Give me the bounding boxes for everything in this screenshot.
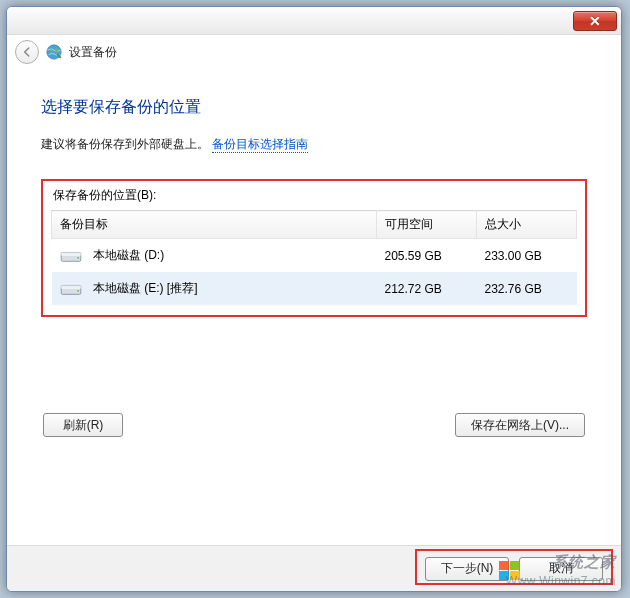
mid-button-row: 刷新(R) 保存在网络上(V)... xyxy=(41,413,587,437)
drive-free: 205.59 GB xyxy=(377,239,477,273)
backup-setup-window: ✕ 设置备份 选择要保存备份的位置 建议将备份保存到外部硬盘上。 备份目标选择指… xyxy=(6,6,622,592)
section-label: 保存备份的位置(B): xyxy=(53,187,577,204)
footer: 下一步(N) 取消 xyxy=(7,545,621,591)
drive-total: 232.76 GB xyxy=(477,272,577,305)
drive-row[interactable]: 本地磁盘 (D:) 205.59 GB 233.00 GB xyxy=(52,239,577,273)
back-arrow-icon xyxy=(20,45,34,59)
drive-icon xyxy=(60,281,82,297)
navbar: 设置备份 xyxy=(7,35,621,69)
drive-table: 备份目标 可用空间 总大小 xyxy=(51,210,577,305)
table-header-row: 备份目标 可用空间 总大小 xyxy=(52,211,577,239)
svg-point-6 xyxy=(77,290,79,292)
content-area: 选择要保存备份的位置 建议将备份保存到外部硬盘上。 备份目标选择指南 保存备份的… xyxy=(7,69,621,437)
close-button[interactable]: ✕ xyxy=(573,11,617,31)
globe-icon xyxy=(45,43,63,61)
titlebar: ✕ xyxy=(7,7,621,35)
page-title: 选择要保存备份的位置 xyxy=(41,97,587,118)
drive-row[interactable]: 本地磁盘 (E:) [推荐] 212.72 GB 232.76 GB xyxy=(52,272,577,305)
nav-title: 设置备份 xyxy=(69,44,117,61)
drive-name: 本地磁盘 (D:) xyxy=(93,248,164,262)
drive-name: 本地磁盘 (E:) [推荐] xyxy=(93,281,198,295)
recommendation-text: 建议将备份保存到外部硬盘上。 xyxy=(41,137,209,151)
next-button[interactable]: 下一步(N) xyxy=(425,557,509,581)
drive-total: 233.00 GB xyxy=(477,239,577,273)
save-network-button[interactable]: 保存在网络上(V)... xyxy=(455,413,585,437)
svg-point-3 xyxy=(77,257,79,259)
svg-rect-2 xyxy=(61,252,81,256)
cancel-button[interactable]: 取消 xyxy=(519,557,603,581)
back-button[interactable] xyxy=(15,40,39,64)
col-header-target[interactable]: 备份目标 xyxy=(52,211,377,239)
col-header-total[interactable]: 总大小 xyxy=(477,211,577,239)
recommendation-row: 建议将备份保存到外部硬盘上。 备份目标选择指南 xyxy=(41,136,587,153)
refresh-button[interactable]: 刷新(R) xyxy=(43,413,123,437)
location-selection-box: 保存备份的位置(B): 备份目标 可用空间 总大小 xyxy=(41,179,587,317)
close-icon: ✕ xyxy=(589,13,601,29)
drive-free: 212.72 GB xyxy=(377,272,477,305)
col-header-free[interactable]: 可用空间 xyxy=(377,211,477,239)
svg-rect-5 xyxy=(61,285,81,289)
guide-link[interactable]: 备份目标选择指南 xyxy=(212,137,308,153)
drive-icon xyxy=(60,248,82,264)
